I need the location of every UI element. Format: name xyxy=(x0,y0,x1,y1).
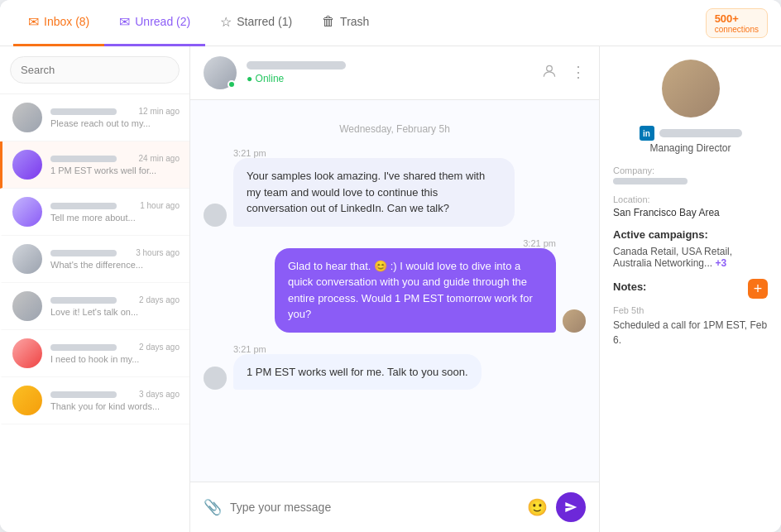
message-row: 3:21 pm Your samples look amazing. I've … xyxy=(204,145,586,227)
connections-sub: connections xyxy=(715,25,759,34)
msg-content: 12 min ago Please reach out to my... xyxy=(50,107,180,128)
msg-name xyxy=(50,203,117,209)
sender-avatar xyxy=(204,367,227,390)
emoji-icon[interactable]: 🙂 xyxy=(527,497,548,517)
msg-name xyxy=(50,108,117,115)
avatar xyxy=(12,291,42,321)
list-item[interactable]: 3 days ago Thank you for kind words... xyxy=(0,377,189,424)
list-item[interactable]: 12 min ago Please reach out to my... xyxy=(0,94,189,141)
chat-messages: Wednesday, February 5h 3:21 pm Your samp… xyxy=(190,100,599,482)
avatar xyxy=(12,197,42,227)
msg-header: 2 days ago xyxy=(50,343,180,352)
msg-header: 12 min ago xyxy=(50,107,180,116)
app-container: ✉ Inbox (8) ✉ Unread (2) ☆ Starred (1) 🗑… xyxy=(0,0,781,532)
online-status: ● Online xyxy=(247,73,531,84)
top-nav: ✉ Inbox (8) ✉ Unread (2) ☆ Starred (1) 🗑… xyxy=(0,0,781,46)
svg-point-0 xyxy=(547,65,553,71)
profile-avatar xyxy=(662,60,720,117)
message-input[interactable] xyxy=(230,501,519,514)
tab-inbox[interactable]: ✉ Inbox (8) xyxy=(13,0,104,46)
list-item[interactable]: 2 days ago I need to hook in my... xyxy=(0,330,189,377)
linkedin-row: in xyxy=(640,126,742,141)
message-row: 3:21 pm Glad to hear that. 😊 :) I would … xyxy=(204,235,586,333)
company-section: Company: xyxy=(613,165,768,185)
connections-badge: 500+ connections xyxy=(706,8,768,38)
msg-preview: Love it! Let's talk on... xyxy=(50,307,180,317)
list-item[interactable]: 1 hour ago Tell me more about... xyxy=(0,189,189,236)
more-options-icon[interactable]: ⋮ xyxy=(571,63,586,84)
msg-content: 2 days ago I need to hook in my... xyxy=(50,343,180,364)
chat-header-icons: ⋮ xyxy=(541,63,586,84)
avatar xyxy=(12,103,42,132)
date-divider: Wednesday, February 5h xyxy=(204,123,586,135)
note-text: Scheduled a call for 1PM EST, Feb 6. xyxy=(613,318,768,347)
company-value xyxy=(613,178,688,185)
notes-title: Notes: xyxy=(613,280,646,293)
message-bubble: 1 PM EST works well for me. Talk to you … xyxy=(233,354,482,391)
msg-content: 3 days ago Thank you for kind words... xyxy=(50,390,180,411)
list-item[interactable]: 24 min ago 1 PM EST works well for... xyxy=(0,141,189,189)
connections-count: 500+ xyxy=(715,12,759,25)
unread-label: Unread (2) xyxy=(135,15,190,28)
msg-preview: Tell me more about... xyxy=(50,213,180,223)
profile-name xyxy=(659,129,742,137)
msg-header: 24 min ago xyxy=(50,154,180,163)
inbox-label: Inbox (8) xyxy=(44,15,89,28)
msg-header: 2 days ago xyxy=(50,295,180,304)
notes-section: Notes: + Feb 5th Scheduled a call for 1P… xyxy=(613,279,768,347)
msg-content: 24 min ago 1 PM EST works well for... xyxy=(50,154,180,175)
chat-contact-name xyxy=(247,61,346,69)
company-label: Company: xyxy=(613,165,768,175)
sender-avatar xyxy=(204,204,227,227)
message-items: 12 min ago Please reach out to my... 24 … xyxy=(0,94,189,532)
msg-name xyxy=(50,250,117,256)
msg-col: 3:21 pm Glad to hear that. 😊 :) I would … xyxy=(275,235,556,333)
profile-title: Managing Director xyxy=(649,142,731,154)
msg-name xyxy=(50,156,117,162)
profile-section: in Managing Director xyxy=(613,60,768,154)
msg-preview: What's the difference... xyxy=(50,260,180,270)
msg-preview: Thank you for kind words... xyxy=(50,401,180,411)
main-area: 12 min ago Please reach out to my... 24 … xyxy=(0,46,781,532)
attachment-icon[interactable]: 📎 xyxy=(204,498,222,516)
msg-col: 3:21 pm 1 PM EST works well for me. Talk… xyxy=(233,341,482,391)
msg-name xyxy=(50,344,117,351)
campaigns-extra: +3 xyxy=(715,257,726,269)
search-input[interactable] xyxy=(10,56,180,84)
msg-preview: 1 PM EST works well for... xyxy=(50,165,180,175)
location-value: San Francisco Bay Area xyxy=(613,207,768,218)
list-item[interactable]: 3 hours ago What's the difference... xyxy=(0,236,189,283)
message-bubble: Your samples look amazing. I've shared t… xyxy=(233,158,515,227)
send-button[interactable] xyxy=(556,492,586,522)
msg-time: 2 days ago xyxy=(139,295,180,304)
msg-content: 2 days ago Love it! Let's talk on... xyxy=(50,295,180,317)
starred-label: Starred (1) xyxy=(237,15,292,28)
msg-name xyxy=(50,297,117,304)
star-icon: ☆ xyxy=(220,14,232,30)
tab-starred[interactable]: ☆ Starred (1) xyxy=(205,0,307,46)
msg-time: 24 min ago xyxy=(139,154,180,163)
trash-label: Trash xyxy=(340,15,369,28)
msg-preview: Please reach out to my... xyxy=(50,118,180,128)
add-note-button[interactable]: + xyxy=(748,279,768,299)
search-bar xyxy=(0,46,189,94)
tab-trash[interactable]: 🗑 Trash xyxy=(307,0,384,46)
person-icon[interactable] xyxy=(541,63,558,84)
msg-col: 3:21 pm Your samples look amazing. I've … xyxy=(233,145,515,227)
tab-unread[interactable]: ✉ Unread (2) xyxy=(104,0,205,46)
chat-header: ● Online ⋮ xyxy=(190,46,599,100)
message-row: 3:21 pm 1 PM EST works well for me. Talk… xyxy=(204,341,586,391)
msg-timestamp: 3:21 pm xyxy=(233,344,482,354)
msg-time: 3 days ago xyxy=(139,390,180,399)
avatar xyxy=(12,338,42,368)
note-date: Feb 5th xyxy=(613,305,768,315)
notes-header: Notes: + xyxy=(613,279,768,299)
avatar xyxy=(12,150,42,180)
message-bubble: Glad to hear that. 😊 :) I would love to … xyxy=(275,248,556,333)
inbox-icon: ✉ xyxy=(28,14,39,30)
online-indicator xyxy=(228,80,236,89)
avatar xyxy=(12,244,42,274)
list-item[interactable]: 2 days ago Love it! Let's talk on... xyxy=(0,283,189,330)
location-label: Location: xyxy=(613,194,768,204)
location-section: Location: San Francisco Bay Area xyxy=(613,194,768,218)
